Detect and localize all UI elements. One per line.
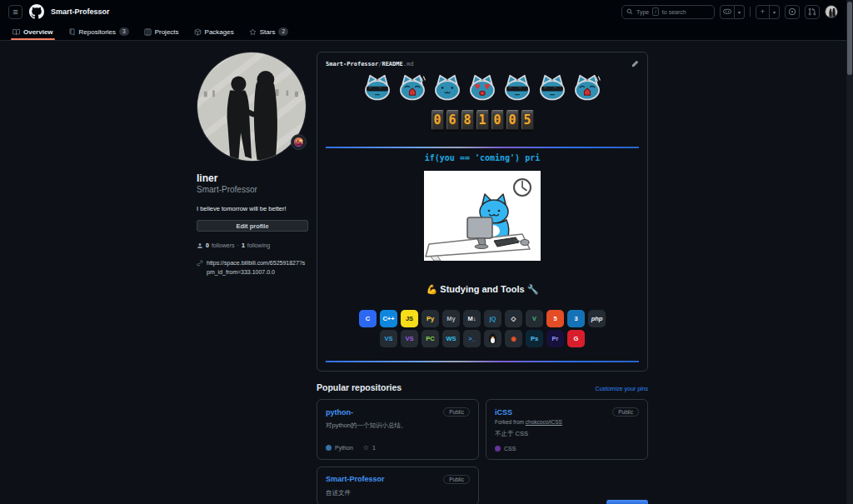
cat-emote-row (317, 74, 647, 102)
status-emoji-badge[interactable]: 🌇 (291, 134, 307, 150)
tab-overview-label: Overview (23, 28, 53, 36)
page-scrollbar[interactable] (846, 0, 853, 504)
language-dot (326, 445, 332, 451)
counter-digit: 0 (491, 110, 504, 130)
hamburger-menu-button[interactable]: ≡ (8, 5, 22, 19)
tools-heading: 💪 Studying and Tools 🔧 (317, 284, 647, 295)
github-logo-icon[interactable] (29, 4, 44, 19)
scrollbar-thumb[interactable] (847, 2, 852, 75)
package-icon (194, 28, 202, 36)
create-new-button[interactable]: + (756, 5, 770, 19)
profile-avatar[interactable] (197, 52, 307, 162)
public-badge: Public (443, 475, 470, 484)
language-dot (495, 446, 501, 452)
star-count[interactable]: 1 (372, 445, 376, 451)
repo-description: 对python的一个知识小总结。 (326, 422, 470, 431)
tool-c-icon: C (359, 310, 377, 327)
tab-packages-label: Packages (205, 28, 234, 36)
language-label: CSS (504, 446, 516, 452)
visitor-counter: 0681005 (317, 110, 647, 130)
repo-link[interactable]: iCSS (495, 408, 512, 417)
issues-button[interactable] (785, 5, 800, 19)
git-pull-request-icon (808, 7, 816, 16)
readme-breadcrumb: Smart-Professor / README.md (317, 52, 647, 71)
header-context-title[interactable]: Smart-Professor (51, 7, 110, 16)
breadcrumb-repo-link[interactable]: Smart-Professor (326, 61, 378, 67)
following-label: following (247, 242, 270, 248)
plus-icon: + (761, 7, 765, 16)
language-label: Python (335, 445, 353, 451)
counter-digit: 6 (446, 110, 459, 130)
tool-vscode-icon: VS (380, 330, 397, 347)
chevron-down-icon: ▾ (773, 9, 776, 15)
edit-readme-pencil-button[interactable] (631, 60, 639, 67)
tools-row-2: VSVSPCWS>_◉PsPrG (317, 330, 647, 347)
customize-pins-link[interactable]: Customize your pins (596, 386, 648, 392)
breadcrumb-file-link[interactable]: README (382, 61, 402, 67)
repositories-count-badge: 3 (119, 27, 129, 36)
tool-premiere-icon: Pr (546, 330, 564, 347)
create-new-dropdown-button[interactable]: ▾ (770, 5, 780, 19)
header-user-avatar[interactable] (825, 5, 838, 18)
cat-emote-shout-icon (396, 74, 429, 102)
tool-photoshop-icon: Ps (526, 330, 543, 347)
tool-powershell-icon: >_ (463, 330, 481, 347)
cat-emote-shout-icon (571, 74, 604, 102)
tool-html5-icon: 5 (546, 310, 564, 327)
website-link[interactable]: https://space.bilibili.com/652591827?spm… (207, 259, 308, 277)
public-badge: Public (443, 407, 470, 417)
repo-card-icss: iCSS Public Forked from chokcoco/iCSS 不止… (486, 399, 648, 460)
cat-emote-sunglasses-icon (361, 74, 394, 102)
year-button-partial[interactable] (606, 500, 648, 504)
repo-link[interactable]: python- (326, 408, 353, 417)
sunset-emoji-icon: 🌇 (294, 137, 303, 147)
counter-digit: 0 (431, 110, 444, 130)
tool-python-icon: Py (422, 310, 439, 327)
tool-css3-icon: 3 (567, 310, 585, 327)
fork-attribution: Forked from chokcoco/iCSS (495, 419, 639, 425)
tab-overview[interactable]: Overview (7, 23, 59, 40)
tab-packages[interactable]: Packages (188, 23, 240, 40)
repo-icon (68, 28, 76, 36)
cat-emote-heart-eyes-icon (466, 74, 499, 102)
tool-javascript-icon: JS (401, 310, 418, 327)
popular-repositories-heading: Popular repositories (317, 382, 402, 392)
repo-grid: python- Public 对python的一个知识小总结。 Python ☆… (317, 399, 648, 504)
tool-gitee-icon: G (567, 330, 585, 347)
copilot-split-button: ▾ (720, 5, 745, 19)
followers-row[interactable]: 0 followers · 1 following (197, 242, 308, 249)
star-icon: ☆ (363, 444, 369, 452)
tab-repositories[interactable]: Repositories 3 (62, 23, 135, 40)
cat-emote-cute-icon (431, 74, 464, 102)
tool-webstorm-icon: WS (442, 330, 460, 347)
tool-jquery-icon: jQ (484, 310, 501, 327)
fork-source-link[interactable]: chokcoco/iCSS (526, 419, 562, 425)
search-input[interactable]: Type / to search (621, 5, 715, 19)
search-placeholder-prefix: Type (636, 9, 649, 15)
repo-description: 不止于 CSS (495, 430, 639, 439)
profile-username: Smart-Professor (197, 184, 308, 195)
coding-cat-image (424, 171, 541, 261)
clock-icon (514, 179, 531, 196)
profile-main-column: Smart-Professor / README.md (317, 52, 648, 504)
tab-projects[interactable]: Projects (138, 23, 185, 40)
typing-animation-text: if(you == 'coming') pri (317, 153, 647, 162)
github-profile-page: ≡ Smart-Professor Type / to search ▾ (0, 0, 853, 504)
dot-separator: · (237, 242, 239, 248)
tab-stars[interactable]: Stars 2 (243, 23, 294, 40)
tab-stars-label: Stars (260, 28, 276, 36)
readme-divider-bottom (326, 361, 639, 362)
stars-count-badge: 2 (278, 27, 288, 36)
copilot-dropdown-button[interactable]: ▾ (735, 5, 745, 19)
book-icon (12, 28, 20, 36)
followers-label: followers (212, 242, 235, 248)
tab-projects-label: Projects (155, 28, 179, 36)
following-count: 1 (242, 242, 245, 248)
repo-link[interactable]: Smart-Professor (326, 475, 385, 483)
pull-requests-button[interactable] (805, 5, 820, 19)
copilot-icon (723, 8, 731, 15)
project-icon (144, 28, 152, 36)
slash-keycap: / (652, 7, 659, 16)
edit-profile-button[interactable]: Edit profile (197, 220, 308, 232)
copilot-button[interactable] (720, 5, 735, 19)
